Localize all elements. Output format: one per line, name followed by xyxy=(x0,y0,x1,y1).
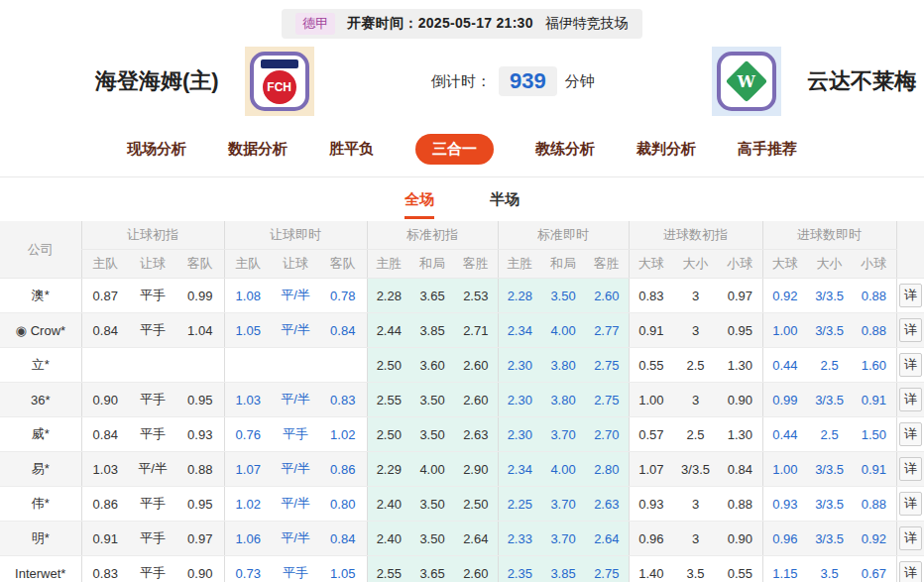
odds-cell: 0.91 xyxy=(852,452,896,487)
odds-cell: 1.03 xyxy=(224,383,272,417)
odds-cell: 2.50 xyxy=(454,487,498,522)
odds-table-header: 公司 让球初指 让球即时 标准初指 标准即时 进球数初指 进球数即时 主队 让球… xyxy=(0,221,924,279)
odds-cell: 0.84 xyxy=(81,313,129,348)
odds-cell: 2.90 xyxy=(454,452,498,487)
detail-button[interactable]: 详 xyxy=(899,422,922,446)
home-team-name: 海登海姆(主) xyxy=(95,66,219,96)
odds-cell: 0.80 xyxy=(319,487,367,522)
tab-three-in-one[interactable]: 三合一 xyxy=(415,134,494,165)
odds-cell: 0.96 xyxy=(629,522,673,556)
odds-cell: 2.44 xyxy=(367,313,410,348)
odds-cell: 3.5 xyxy=(807,556,852,582)
odds-cell: 2.71 xyxy=(454,313,498,348)
detail-button[interactable]: 详 xyxy=(899,526,922,550)
odds-cell: 2.50 xyxy=(367,417,410,452)
countdown-value: 939 xyxy=(499,66,557,96)
odds-cell: 3.50 xyxy=(410,417,454,452)
tab-live-analysis[interactable]: 现场分析 xyxy=(127,140,186,159)
odds-cell: 1.00 xyxy=(629,383,673,417)
odds-cell: 2.64 xyxy=(454,522,498,556)
match-info-bar: 德甲 开赛时间：2025-05-17 21:30 福伊特竞技场 xyxy=(282,9,642,39)
odds-cell: 1.60 xyxy=(852,348,896,383)
detail-button[interactable]: 详 xyxy=(899,492,922,516)
odds-cell: 3.50 xyxy=(410,383,454,417)
detail-button[interactable]: 详 xyxy=(899,388,922,411)
company-name: 澳* xyxy=(32,288,50,302)
odds-cell: 1.07 xyxy=(629,452,673,487)
odds-cell: 0.95 xyxy=(176,487,224,522)
detail-button[interactable]: 详 xyxy=(899,353,922,377)
odds-cell: 2.53 xyxy=(454,279,498,313)
odds-cell: 3 xyxy=(673,313,718,348)
detail-button[interactable]: 详 xyxy=(899,284,922,307)
company-name: 威* xyxy=(32,426,50,441)
odds-cell: 0.93 xyxy=(762,487,807,522)
detail-cell: 详 xyxy=(896,452,924,487)
company-header: 公司 xyxy=(0,221,81,279)
odds-cell: 1.07 xyxy=(224,452,272,487)
odds-cell xyxy=(224,348,272,383)
tab-referee-analysis[interactable]: 裁判分析 xyxy=(636,140,696,159)
col-header: 让球 xyxy=(272,250,319,279)
countdown-label: 倒计时： xyxy=(431,72,491,91)
odds-cell: 0.97 xyxy=(718,279,762,313)
odds-cell: 平/半 xyxy=(272,383,319,417)
odds-cell: 平手 xyxy=(129,487,176,522)
odds-cell: 0.55 xyxy=(629,348,673,383)
detail-cell: 详 xyxy=(896,279,924,313)
odds-cell: 0.67 xyxy=(852,556,896,582)
odds-cell: 3.85 xyxy=(410,313,454,348)
home-logo-crest: FCH xyxy=(263,70,296,104)
odds-cell: 0.91 xyxy=(81,522,129,556)
kickoff-value: 2025-05-17 21:30 xyxy=(418,15,533,31)
odds-cell: 平手 xyxy=(129,279,176,313)
odds-cell: 2.34 xyxy=(498,452,541,487)
odds-cell: 1.30 xyxy=(718,417,762,452)
odds-cell: 3/3.5 xyxy=(807,452,852,487)
odds-cell: 0.99 xyxy=(176,279,224,313)
company-name: Crow* xyxy=(31,323,65,338)
table-row: 明*0.91平手0.971.06平/半0.842.403.502.642.333… xyxy=(0,522,924,556)
odds-cell: 0.88 xyxy=(718,487,762,522)
detail-button[interactable]: 详 xyxy=(899,457,922,481)
odds-cell: 平手 xyxy=(272,556,319,582)
odds-cell: 3/3.5 xyxy=(807,279,852,313)
odds-cell: 平手 xyxy=(129,383,176,417)
subtab-full-match[interactable]: 全场 xyxy=(404,190,434,219)
detail-cell: 详 xyxy=(896,522,924,556)
odds-cell: 0.91 xyxy=(629,313,673,348)
odds-cell: 0.88 xyxy=(852,487,896,522)
odds-cell: 2.77 xyxy=(585,313,629,348)
nav-tabs: 现场分析 数据分析 胜平负 三合一 教练分析 裁判分析 高手推荐 xyxy=(0,126,924,177)
odds-cell: 1.30 xyxy=(718,348,762,383)
odds-table: 公司 让球初指 让球即时 标准初指 标准即时 进球数初指 进球数即时 主队 让球… xyxy=(0,221,924,582)
col-header: 让球 xyxy=(129,250,176,279)
col-header: 和局 xyxy=(410,250,454,279)
detail-button[interactable]: 详 xyxy=(899,318,922,342)
odds-cell xyxy=(81,348,129,383)
company-cell: 伟* xyxy=(0,487,81,522)
detail-cell: 详 xyxy=(896,383,924,417)
odds-cell: 0.86 xyxy=(81,487,129,522)
odds-cell: 0.93 xyxy=(176,417,224,452)
odds-cell: 2.5 xyxy=(807,417,852,452)
tab-data-analysis[interactable]: 数据分析 xyxy=(228,140,288,159)
table-row: 易*1.03平/半0.881.07平/半0.862.294.002.902.34… xyxy=(0,452,924,487)
odds-cell: 3/3.5 xyxy=(673,452,718,487)
home-team-logo: FCH xyxy=(245,47,314,116)
odds-cell: 2.55 xyxy=(367,383,410,417)
odds-cell: 0.90 xyxy=(718,522,762,556)
odds-cell: 0.92 xyxy=(852,522,896,556)
tab-coach-analysis[interactable]: 教练分析 xyxy=(535,140,595,159)
tab-win-draw-lose[interactable]: 胜平负 xyxy=(329,140,374,159)
odds-cell: 3/3.5 xyxy=(807,383,852,417)
subtab-half-match[interactable]: 半场 xyxy=(490,190,520,219)
detail-button[interactable]: 详 xyxy=(899,561,922,582)
odds-cell: 3.5 xyxy=(673,556,718,582)
odds-cell: 2.30 xyxy=(498,383,541,417)
odds-cell: 2.30 xyxy=(498,417,541,452)
odds-cell: 2.5 xyxy=(673,417,718,452)
tab-expert-picks[interactable]: 高手推荐 xyxy=(738,140,797,159)
odds-cell xyxy=(319,348,367,383)
home-logo-banner xyxy=(261,59,298,68)
